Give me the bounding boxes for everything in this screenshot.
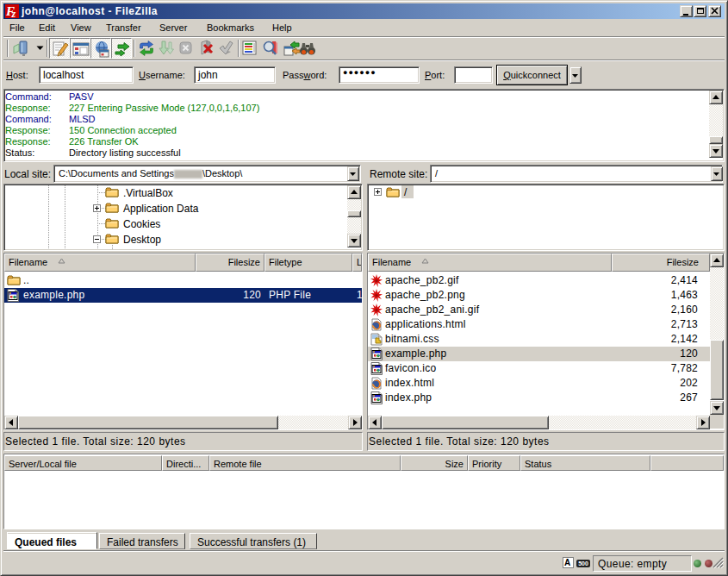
svg-text:z: z	[11, 8, 16, 19]
